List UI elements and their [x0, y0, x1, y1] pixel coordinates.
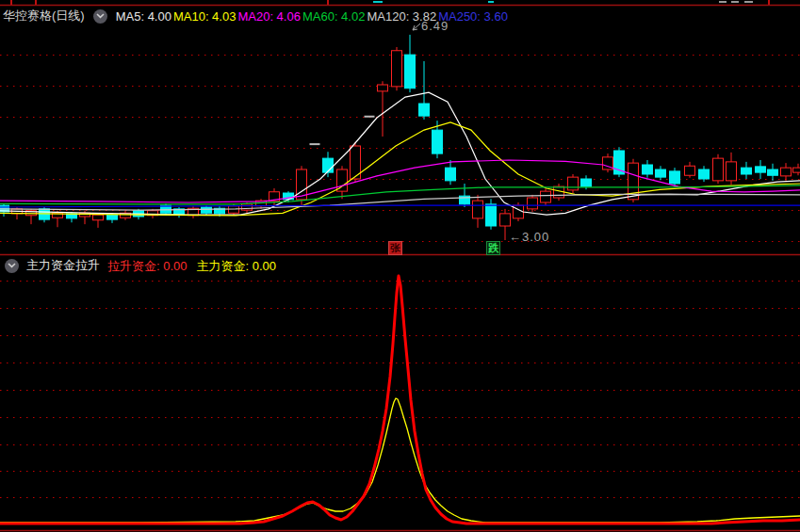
candle-body: [500, 214, 511, 226]
candle-body: [756, 167, 766, 172]
indicator-field: 拉升资金: 0.00: [107, 259, 188, 273]
collapse-chart-button[interactable]: [93, 9, 107, 24]
candle-body: [793, 168, 800, 172]
candle-body: [581, 179, 592, 186]
stock-app-window: { "header": { "title": "华控赛格(日线)", "ma_l…: [0, 0, 800, 532]
chevron-down-icon: [8, 263, 16, 268]
ma-legend: MA5: 4.00MA10: 4.03MA20: 4.06MA60: 4.02M…: [116, 8, 510, 24]
indicator-header: 主力资金拉升 拉升资金: 0.00主力资金: 0.00: [5, 257, 286, 274]
ma-line-ma250: [0, 205, 800, 207]
candle-body: [699, 169, 710, 179]
candle-body: [405, 55, 416, 89]
candle-body: [568, 177, 579, 190]
candle-body: [656, 169, 666, 177]
candle-body: [528, 198, 538, 209]
candle-body: [541, 191, 551, 202]
indicator-title: 主力资金拉升: [26, 257, 100, 274]
chevron-down-icon: [96, 13, 105, 19]
candle-body: [781, 168, 792, 176]
rise-marker: 张: [388, 241, 402, 255]
candle-body: [727, 162, 737, 181]
indicator-field: 主力资金: 0.00: [197, 259, 277, 273]
candle-body: [643, 165, 653, 174]
candle-body: [392, 51, 402, 87]
candle-body: [473, 201, 483, 218]
candle-body: [670, 171, 680, 184]
indicator-values: 拉升资金: 0.00主力资金: 0.00: [107, 257, 286, 275]
candle-body: [323, 158, 334, 172]
stock-title: 华控赛格(日线): [3, 8, 85, 24]
candle-body: [446, 168, 456, 181]
high-price-label: 6.49: [421, 19, 449, 33]
candle-body: [202, 207, 212, 213]
indicator-line: [0, 398, 800, 523]
candle-body: [768, 169, 778, 175]
candle-body: [378, 85, 388, 91]
ma-label-ma10: MA10: 4.03: [173, 9, 237, 24]
low-price-label: ←3.00: [509, 230, 549, 244]
ma-label-ma20: MA20: 4.06: [237, 9, 301, 24]
candle-body: [713, 158, 724, 181]
candle-body: [742, 168, 752, 174]
indicator-line: [0, 276, 800, 524]
candle-body: [419, 104, 430, 116]
candle-body: [685, 166, 695, 175]
candle-body: [486, 204, 497, 226]
collapse-indicator-button[interactable]: [5, 259, 19, 273]
fall-marker: 跌: [486, 241, 500, 255]
candle-body: [107, 215, 118, 219]
ma-line-ma5: [0, 92, 800, 215]
ma-label-ma60: MA60: 4.02: [302, 9, 366, 24]
candle-body: [433, 130, 443, 153]
ma-label-ma5: MA5: 4.00: [116, 9, 171, 24]
candle-body: [337, 169, 348, 191]
candle-body: [93, 215, 104, 220]
